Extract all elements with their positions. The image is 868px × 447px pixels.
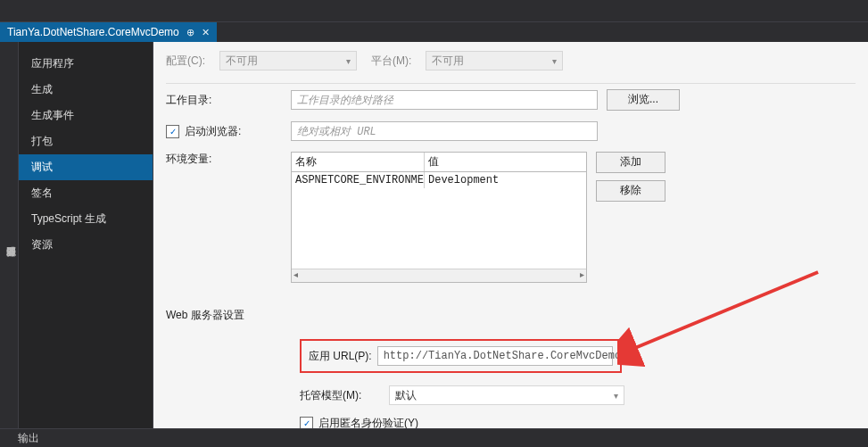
app-url-highlight: 应用 URL(P): http://TianYa.DotNetShare.Cor… [300, 339, 622, 373]
app-url-input[interactable]: http://TianYa.DotNetShare.CoreMvcDemo [377, 346, 613, 366]
env-remove-button[interactable]: 移除 [596, 180, 665, 202]
sidebar-item-resources[interactable]: 资源 [19, 232, 153, 258]
document-tab-title: TianYa.DotNetShare.CoreMvcDemo [7, 26, 179, 38]
config-platform-bar: 配置(C): 不可用 ▾ 平台(M): 不可用 ▾ [153, 42, 868, 70]
sidebar-item-buildevents[interactable]: 生成事件 [19, 103, 153, 128]
close-icon[interactable]: ✕ [202, 27, 210, 38]
launch-browser-checkbox[interactable]: ✓ 启动浏览器: [166, 124, 241, 139]
table-row[interactable]: ASPNETCORE_ENVIRONMENT Development [292, 172, 586, 188]
config-combo[interactable]: 不可用 ▾ [219, 51, 357, 70]
debug-settings-panel: 配置(C): 不可用 ▾ 平台(M): 不可用 ▾ 工作目录: 工作目录的绝对路… [153, 42, 868, 430]
checkbox-checked-icon: ✓ [166, 125, 179, 138]
document-tab[interactable]: TianYa.DotNetShare.CoreMvcDemo ⊕ ✕ [0, 22, 217, 42]
sidebar-item-typescript[interactable]: TypeScript 生成 [19, 206, 153, 232]
env-col-name: 名称 [292, 153, 425, 171]
sidebar-item-package[interactable]: 打包 [19, 128, 153, 154]
workdir-input[interactable]: 工作目录的绝对路径 [291, 90, 598, 110]
webserver-section-header: Web 服务器设置 [166, 308, 856, 323]
env-label: 环境变量: [166, 152, 282, 167]
project-settings-sidebar: 应用程序 生成 生成事件 打包 调试 签名 TypeScript 生成 资源 [19, 42, 153, 430]
chevron-down-icon: ▾ [346, 56, 351, 66]
app-url-label: 应用 URL(P): [309, 349, 372, 364]
host-model-label: 托管模型(M): [300, 388, 380, 403]
env-scrollbar[interactable]: ◂▸ [292, 269, 586, 282]
sidebar-item-debug[interactable]: 调试 [19, 154, 153, 180]
platform-label: 平台(M): [371, 54, 411, 69]
host-model-combo[interactable]: 默认 ▾ [389, 385, 624, 405]
menu-toolbar [0, 0, 868, 22]
env-add-button[interactable]: 添加 [596, 152, 665, 173]
pin-icon[interactable]: ⊕ [186, 27, 194, 38]
workdir-browse-button[interactable]: 浏览... [607, 89, 680, 111]
launch-url-input[interactable]: 绝对或相对 URL [291, 121, 598, 141]
chevron-down-icon: ▾ [552, 56, 557, 66]
sidebar-item-signing[interactable]: 签名 [19, 180, 153, 206]
config-label: 配置(C): [166, 54, 205, 69]
sidebar-item-build[interactable]: 生成 [19, 77, 153, 103]
workdir-label: 工作目录: [166, 93, 282, 108]
chevron-down-icon: ▾ [614, 391, 618, 401]
env-col-value: 值 [425, 153, 586, 171]
sidebar-item-application[interactable]: 应用程序 [19, 51, 153, 77]
platform-combo[interactable]: 不可用 ▾ [426, 51, 563, 70]
output-window-tab[interactable]: 输出 [0, 428, 868, 447]
side-toolwindow-tab[interactable]: 服务器资源管理器 [0, 42, 19, 430]
env-var-table[interactable]: 名称 值 ASPNETCORE_ENVIRONMENT Development … [291, 152, 587, 283]
document-tab-row: TianYa.DotNetShare.CoreMvcDemo ⊕ ✕ [0, 22, 868, 42]
